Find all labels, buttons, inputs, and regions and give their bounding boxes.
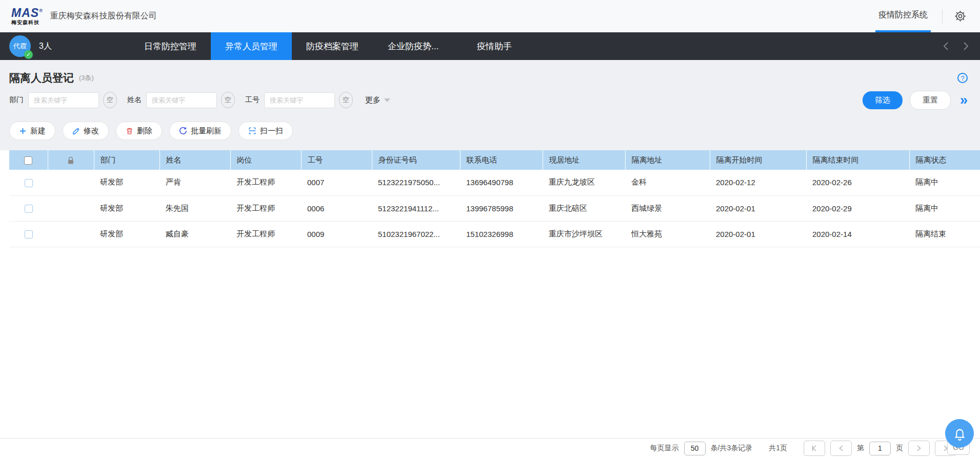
table-cell: 研发部 bbox=[94, 170, 159, 195]
col-header-position[interactable]: 岗位 bbox=[230, 150, 301, 170]
table-cell: 13996785998 bbox=[460, 195, 543, 221]
company-name: 重庆梅安森科技股份有限公司 bbox=[50, 11, 157, 22]
table-cell: 2020-02-14 bbox=[806, 221, 909, 247]
table-header-row: 部门 姓名 岗位 工号 身份证号码 联系电话 现居地址 隔离地址 隔离开始时间 … bbox=[9, 150, 980, 170]
col-header-start-date[interactable]: 隔离开始时间 bbox=[710, 150, 806, 170]
row-checkbox[interactable] bbox=[25, 179, 33, 187]
tab-enterprise-situation[interactable]: 企业防疫势... bbox=[373, 32, 454, 60]
row-lock-cell bbox=[48, 170, 94, 195]
scan-button[interactable]: 扫一扫 bbox=[238, 122, 293, 140]
next-page-button[interactable] bbox=[908, 441, 930, 456]
page-suffix-label: 页 bbox=[896, 444, 903, 453]
table-cell: 重庆九龙坡区 bbox=[543, 170, 625, 195]
col-header-department[interactable]: 部门 bbox=[94, 150, 159, 170]
table-cell: 隔离结束 bbox=[909, 221, 980, 247]
help-icon[interactable]: ? bbox=[957, 73, 968, 83]
table-cell: 5123221941112... bbox=[372, 195, 460, 221]
system-tab-epidemic[interactable]: 疫情防控系统 bbox=[875, 0, 931, 32]
table-row[interactable]: 研发部朱先国开发工程师00065123221941112...139967859… bbox=[9, 195, 980, 221]
expand-double-chevron-icon[interactable]: » bbox=[960, 93, 968, 107]
table-cell: 朱先国 bbox=[159, 195, 230, 221]
per-page-input[interactable] bbox=[684, 442, 706, 455]
col-header-end-date[interactable]: 隔离结束时间 bbox=[806, 150, 909, 170]
logo-reg-mark: ® bbox=[39, 8, 43, 13]
reset-button[interactable]: 重置 bbox=[910, 91, 951, 110]
filter-label-workid: 工号 bbox=[245, 95, 259, 105]
create-button[interactable]: 新建 bbox=[9, 122, 55, 140]
refresh-icon bbox=[179, 127, 187, 135]
record-count-badge: (3条) bbox=[79, 73, 94, 83]
table-cell: 2020-02-01 bbox=[710, 195, 806, 221]
divider bbox=[942, 9, 943, 24]
tab-epidemic-assistant[interactable]: 疫情助手 bbox=[454, 32, 535, 60]
row-checkbox-cell bbox=[9, 221, 48, 247]
table-cell: 2020-02-29 bbox=[806, 195, 909, 221]
col-header-isolation-address[interactable]: 隔离地址 bbox=[625, 150, 710, 170]
table-cell: 0006 bbox=[301, 195, 372, 221]
department-empty-button[interactable]: 空 bbox=[103, 92, 117, 108]
table-cell: 重庆北碚区 bbox=[543, 195, 625, 221]
notification-bell-button[interactable] bbox=[945, 419, 974, 448]
col-header-idcard[interactable]: 身份证号码 bbox=[372, 150, 460, 170]
more-filters-toggle[interactable]: 更多 bbox=[365, 95, 390, 105]
table-body: 研发部严肯开发工程师00075123221975050...1369649079… bbox=[9, 170, 980, 247]
batch-refresh-button[interactable]: 批量刷新 bbox=[169, 122, 231, 140]
name-search-input[interactable] bbox=[146, 92, 217, 108]
col-header-phone[interactable]: 联系电话 bbox=[460, 150, 543, 170]
user-avatar[interactable]: 代霞 ✓ bbox=[9, 35, 31, 57]
table-row[interactable]: 研发部严肯开发工程师00075123221975050...1369649079… bbox=[9, 170, 980, 195]
nav-tabs: 日常防控管理 异常人员管理 防疫档案管理 企业防疫势... 疫情助手 bbox=[130, 32, 535, 60]
bell-icon bbox=[953, 427, 967, 441]
company-logo: MAS® 梅安森科技 bbox=[11, 7, 43, 25]
table-panel: 部门 姓名 岗位 工号 身份证号码 联系电话 现居地址 隔离地址 隔离开始时间 … bbox=[0, 150, 980, 458]
workid-empty-button[interactable]: 空 bbox=[339, 92, 353, 108]
row-lock-cell bbox=[48, 195, 94, 221]
more-label: 更多 bbox=[365, 95, 381, 105]
prev-page-button[interactable] bbox=[830, 441, 852, 456]
filter-button[interactable]: 筛选 bbox=[863, 91, 903, 109]
page-number-input[interactable] bbox=[869, 442, 891, 455]
department-search-input[interactable] bbox=[28, 92, 99, 108]
table-cell: 研发部 bbox=[94, 195, 159, 221]
edit-button[interactable]: 修改 bbox=[63, 122, 109, 140]
col-header-current-address[interactable]: 现居地址 bbox=[543, 150, 625, 170]
records-total-label: 条/共3条记录 bbox=[711, 444, 753, 453]
table-row[interactable]: 研发部臧自豪开发工程师00095102321967022...151023269… bbox=[9, 221, 980, 247]
table-cell: 0007 bbox=[301, 170, 372, 195]
row-checkbox[interactable] bbox=[25, 230, 33, 238]
col-header-workid[interactable]: 工号 bbox=[301, 150, 372, 170]
table-cell: 5123221975050... bbox=[372, 170, 460, 195]
main-navbar: 代霞 ✓ 3人 日常防控管理 异常人员管理 防疫档案管理 企业防疫势... 疫情… bbox=[0, 32, 980, 60]
table-cell: 研发部 bbox=[94, 221, 159, 247]
table-cell: 开发工程师 bbox=[230, 170, 301, 195]
chevron-left-icon[interactable] bbox=[943, 42, 949, 51]
table-cell: 2020-02-12 bbox=[710, 170, 806, 195]
logo-subtext: 梅安森科技 bbox=[11, 20, 39, 25]
first-page-button[interactable] bbox=[804, 441, 825, 456]
col-header-status[interactable]: 隔离状态 bbox=[909, 150, 980, 170]
col-header-name[interactable]: 姓名 bbox=[159, 150, 230, 170]
table-cell: 严肯 bbox=[159, 170, 230, 195]
tab-abnormal-personnel[interactable]: 异常人员管理 bbox=[211, 32, 292, 60]
row-lock-cell bbox=[48, 221, 94, 247]
tab-daily-control[interactable]: 日常防控管理 bbox=[130, 32, 211, 60]
row-checkbox-cell bbox=[9, 195, 48, 221]
filter-bar: 部门 空 姓名 空 工号 空 更多 筛选 重置 » bbox=[0, 86, 980, 108]
delete-button[interactable]: 删除 bbox=[116, 122, 162, 140]
table-cell: 0009 bbox=[301, 221, 372, 247]
gear-icon[interactable] bbox=[954, 10, 967, 23]
row-checkbox-cell bbox=[9, 170, 48, 195]
plus-icon bbox=[19, 127, 27, 135]
workid-search-input[interactable] bbox=[264, 92, 335, 108]
table-cell: 13696490798 bbox=[460, 170, 543, 195]
chevron-right-icon[interactable] bbox=[963, 42, 969, 51]
table-cell: 开发工程师 bbox=[230, 195, 301, 221]
topbar: MAS® 梅安森科技 重庆梅安森科技股份有限公司 疫情防控系统 bbox=[0, 0, 980, 32]
row-checkbox[interactable] bbox=[25, 205, 33, 213]
table-cell: 开发工程师 bbox=[230, 221, 301, 247]
name-empty-button[interactable]: 空 bbox=[221, 92, 235, 108]
select-all-checkbox[interactable] bbox=[24, 156, 32, 165]
caret-down-icon bbox=[384, 98, 390, 102]
table-cell: 5102321967022... bbox=[372, 221, 460, 247]
tab-epidemic-archives[interactable]: 防疫档案管理 bbox=[292, 32, 373, 60]
